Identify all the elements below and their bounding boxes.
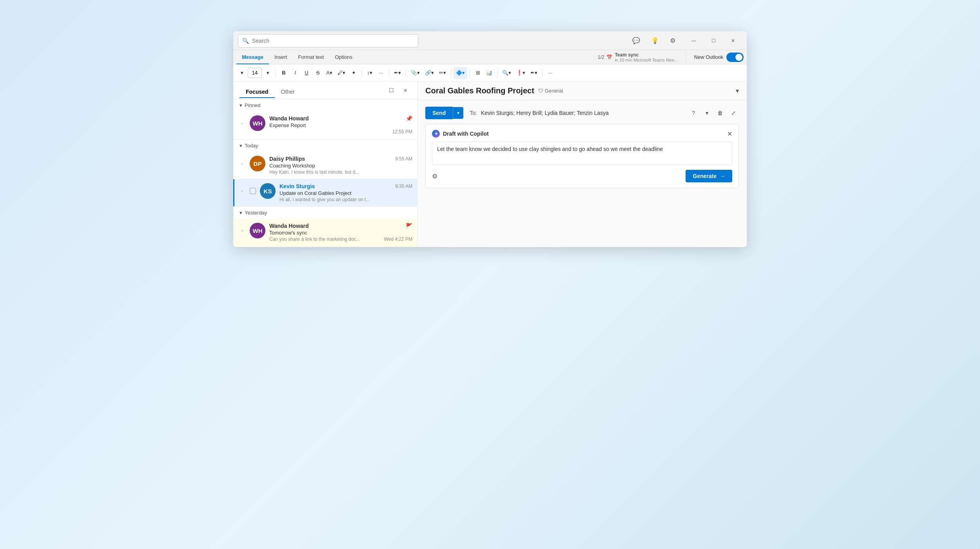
help-button[interactable]: ?: [688, 107, 699, 118]
help-dropdown[interactable]: ▾: [701, 107, 712, 118]
send-button[interactable]: Send: [425, 107, 453, 119]
sender-name-daisy: Daisy Phillips: [269, 156, 305, 162]
search-input[interactable]: [252, 38, 414, 44]
toolbar-sep-2: [361, 69, 362, 77]
toolbar-sep-3: [389, 69, 389, 77]
review-dropdown[interactable]: 🔍▾: [500, 67, 514, 79]
yesterday-chevron-icon[interactable]: ▾: [240, 210, 242, 216]
expand-icon-wanda-sync[interactable]: ›: [238, 227, 246, 235]
lightbulb-icon[interactable]: 💡: [650, 35, 661, 46]
read-all-button[interactable]: ☐: [386, 85, 397, 96]
channel-label: General: [545, 88, 563, 94]
mail-item-daisy[interactable]: › DP Daisy Phillips 9:55 AM Coaching Wor…: [233, 152, 417, 179]
mail-time-wanda-sync: Wed 4:22 PM: [384, 236, 412, 242]
tab-other[interactable]: Other: [275, 85, 301, 98]
close-button[interactable]: ✕: [724, 35, 742, 47]
draft-footer: ⚙ Generate →: [432, 170, 732, 182]
style-group: ✒▾: [392, 67, 403, 79]
mail-time-row-wanda: 12:55 PM: [269, 129, 412, 135]
filter-button[interactable]: ≡: [400, 85, 411, 96]
yesterday-label: Yesterday: [245, 210, 267, 216]
team-sync-label: Team sync: [615, 52, 678, 58]
to-label: To:: [470, 110, 477, 116]
settings-icon[interactable]: ⚙: [668, 35, 677, 46]
strikethrough-button[interactable]: S: [312, 67, 323, 79]
toolbar-sep-4: [406, 69, 406, 77]
maximize-button[interactable]: ☐: [704, 35, 722, 47]
table-button[interactable]: ⊞: [472, 67, 483, 79]
font-dropdown[interactable]: ▾: [236, 67, 247, 79]
to-bar: To: Kevin Sturgis; Henry Brill; Lydia Ba…: [470, 107, 739, 118]
search-box[interactable]: 🔍: [238, 34, 418, 47]
tab-message[interactable]: Message: [236, 50, 269, 64]
mail-header-daisy: Daisy Phillips 9:55 AM: [269, 156, 412, 162]
priority-dropdown[interactable]: ❗▾: [514, 67, 528, 79]
sender-name-kevin: Kevin Sturgis: [279, 183, 315, 189]
mail-item-wanda-expense[interactable]: › WH Wanda Howard 📌 Expense Report 12:55…: [233, 111, 417, 140]
left-panel: Focused Other ☐ ≡ ▾ Pinned › WH: [233, 82, 417, 247]
italic-button[interactable]: I: [290, 67, 301, 79]
pinned-chevron-icon[interactable]: ▾: [240, 102, 242, 108]
tab-format-text[interactable]: Format text: [292, 50, 329, 64]
font-size-input[interactable]: [248, 68, 262, 78]
immersive-group: 🔷▾: [454, 67, 467, 79]
draft-options-icon[interactable]: ⚙: [432, 173, 437, 180]
expand-icon[interactable]: ›: [238, 119, 246, 127]
mail-body-wanda-expense: Wanda Howard 📌 Expense Report 12:55 PM: [269, 115, 412, 135]
expand-button[interactable]: ⤢: [728, 107, 739, 118]
mail-header-kevin: Kevin Sturgis 9:30 AM: [279, 183, 412, 189]
title-bar: 🔍 💬 💡 ⚙ — ☐ ✕: [233, 31, 747, 50]
annotation-dropdown[interactable]: ✏▾: [437, 67, 448, 79]
chat-icon[interactable]: 💬: [631, 35, 642, 46]
underline-button[interactable]: U: [301, 67, 312, 79]
more-toolbar-options[interactable]: ···: [545, 67, 556, 79]
generate-button[interactable]: Generate →: [686, 170, 732, 182]
tab-insert[interactable]: Insert: [269, 50, 293, 64]
chevron-down-icon[interactable]: ▾: [736, 87, 739, 95]
mail-time-daisy: 9:55 AM: [395, 156, 412, 162]
new-outlook-toggle[interactable]: [726, 53, 744, 62]
send-bar: Send ▾ To: Kevin Sturgis; Henry Brill; L…: [425, 107, 739, 119]
compose-title-text: Coral Gables Roofing Project: [425, 86, 534, 95]
mail-item-wanda-sync[interactable]: › WH Wanda Howard 🚩 Tomorrow's sync Can …: [233, 219, 417, 247]
style-dropdown[interactable]: ✒▾: [392, 67, 403, 79]
expand-icon[interactable]: ›: [238, 187, 246, 195]
clear-format-button[interactable]: ✦: [348, 67, 359, 79]
text-color-dropdown[interactable]: A▾: [324, 67, 335, 79]
section-pinned: ▾ Pinned: [233, 99, 417, 111]
mail-item-kevin[interactable]: › KS Kevin Sturgis 9:30 AM Update on Cor…: [233, 179, 417, 207]
minimize-button[interactable]: —: [685, 35, 703, 47]
immersive-button[interactable]: 🔷▾: [454, 67, 467, 79]
mail-subject-daisy: Coaching Workshop: [269, 163, 412, 169]
delete-button[interactable]: 🗑: [715, 107, 726, 118]
mail-checkbox-kevin[interactable]: [250, 188, 256, 194]
signature-dropdown[interactable]: ✒▾: [528, 67, 540, 79]
toolbar-sep-8: [542, 69, 543, 77]
tab-options[interactable]: Options: [329, 50, 358, 64]
team-sync-badge-number: 1/2: [598, 55, 604, 60]
send-dropdown-button[interactable]: ▾: [453, 107, 463, 119]
mail-header-wanda-sync: Wanda Howard 🚩: [269, 223, 412, 229]
mail-preview-daisy: Hey Katri, I know this is last minute, b…: [269, 169, 412, 175]
sender-name-wanda-sync: Wanda Howard: [269, 223, 309, 229]
team-sync-badge[interactable]: 1/2 📅 Team sync in 20 min Microsoft Team…: [598, 52, 678, 62]
highlight-dropdown[interactable]: 🖊▾: [335, 67, 348, 79]
draft-textarea[interactable]: Let the team know we decided to use clay…: [432, 142, 732, 165]
mail-subject-wanda-sync: Tomorrow's sync: [269, 230, 412, 236]
today-chevron-icon[interactable]: ▾: [240, 143, 242, 149]
toolbar-sep-1: [276, 69, 276, 77]
expand-icon[interactable]: ›: [238, 160, 246, 167]
mail-time-kevin: 9:30 AM: [395, 184, 412, 189]
font-size-dropdown[interactable]: ▾: [262, 67, 273, 79]
attachment-dropdown[interactable]: 📎▾: [408, 67, 422, 79]
link-dropdown[interactable]: 🔗▾: [423, 67, 436, 79]
avatar-daisy: DP: [250, 156, 265, 171]
chart-button[interactable]: 📊: [484, 67, 495, 79]
spacing-dropdown[interactable]: ↕▾: [364, 67, 375, 79]
new-outlook-label: New Outlook: [694, 54, 723, 60]
more-options[interactable]: ···: [376, 67, 387, 79]
close-draft-button[interactable]: ✕: [727, 130, 732, 138]
mail-time-row-sync: Can you share a link to the marketing do…: [269, 236, 412, 242]
bold-button[interactable]: B: [278, 67, 289, 79]
tab-focused[interactable]: Focused: [240, 85, 275, 98]
